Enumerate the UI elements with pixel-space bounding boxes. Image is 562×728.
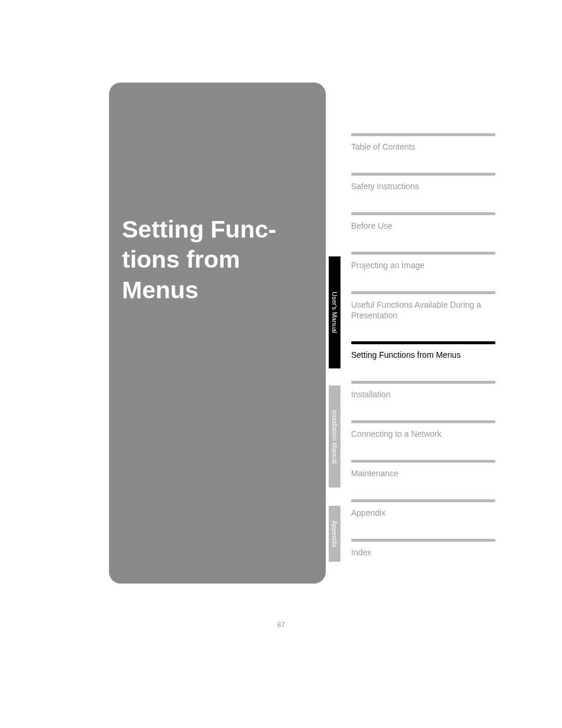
- toc-item-bar: [351, 341, 495, 344]
- chapter-title: Setting Func- tions from Menus: [122, 215, 322, 305]
- toc-item-label: Projecting an Image: [351, 260, 495, 271]
- toc-item[interactable]: Useful Functions Available During a Pres…: [351, 291, 495, 322]
- toc-item[interactable]: Projecting an Image: [351, 252, 495, 271]
- toc-item-label: Before Use: [351, 220, 495, 232]
- section-tab-label: User's Manual: [331, 292, 338, 333]
- toc-item[interactable]: Installation: [351, 381, 495, 400]
- toc-item-bar: [351, 460, 495, 463]
- toc-item-bar: [351, 539, 495, 542]
- section-tab-label: Installation Manual: [331, 410, 338, 464]
- toc-item[interactable]: Connecting to a Network: [351, 420, 495, 440]
- section-tab-installation-manual[interactable]: Installation Manual: [329, 386, 340, 487]
- toc-item-bar: [351, 291, 495, 294]
- page-number: 87: [0, 621, 562, 629]
- toc-item-label: Safety Instructions: [351, 181, 495, 192]
- toc-item-bar: [351, 420, 495, 423]
- toc-item-bar: [351, 212, 495, 215]
- toc-item-bar: [351, 133, 495, 136]
- toc-item-label: Installation: [351, 389, 495, 400]
- chapter-title-panel: Setting Func- tions from Menus: [109, 83, 326, 584]
- toc-item-label: Useful Functions Available During a Pres…: [351, 299, 495, 322]
- toc-item[interactable]: Maintenance: [351, 460, 495, 479]
- section-tab-appendix[interactable]: Appendix: [329, 506, 340, 562]
- toc-item-label: Index: [351, 547, 495, 558]
- page: Setting Func- tions from Menus User's Ma…: [0, 0, 562, 728]
- toc-item-label: Connecting to a Network: [351, 429, 495, 440]
- toc-item-bar: [351, 381, 495, 384]
- toc-item-bar: [351, 173, 495, 176]
- toc-item-label: Setting Functions from Menus: [351, 350, 495, 361]
- toc-item-label: Appendix: [351, 508, 495, 519]
- section-tab-label: Appendix: [331, 521, 338, 548]
- toc-item[interactable]: Safety Instructions: [351, 173, 495, 192]
- toc-item-bar: [351, 499, 495, 502]
- toc-item[interactable]: Setting Functions from Menus: [351, 341, 495, 361]
- toc-item[interactable]: Before Use: [351, 212, 495, 232]
- toc-item-bar: [351, 252, 495, 255]
- toc-item[interactable]: Index: [351, 539, 495, 558]
- toc-item[interactable]: Table of Contents: [351, 133, 495, 153]
- section-tab-users-manual[interactable]: User's Manual: [329, 256, 340, 368]
- toc-item[interactable]: Appendix: [351, 499, 495, 519]
- toc-nav: Table of ContentsSafety InstructionsBefo…: [351, 133, 495, 578]
- toc-item-label: Maintenance: [351, 468, 495, 479]
- toc-item-label: Table of Contents: [351, 141, 495, 153]
